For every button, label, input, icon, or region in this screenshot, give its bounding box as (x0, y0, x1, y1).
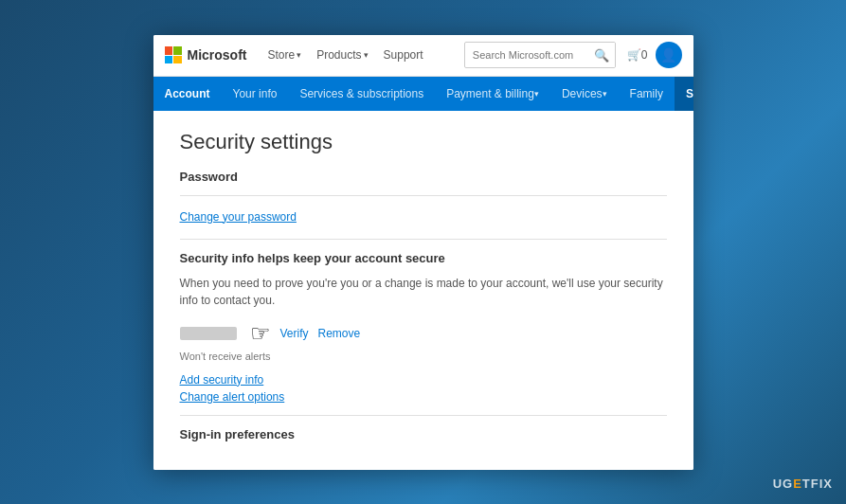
change-password-link[interactable]: Change your password (180, 210, 297, 224)
products-chevron: ▾ (364, 50, 369, 60)
nav-family[interactable]: Family (619, 77, 675, 111)
microsoft-logo[interactable]: Microsoft (165, 46, 247, 63)
sign-in-section: Sign-in preferences (180, 427, 667, 441)
browser-window: Microsoft Store ▾ Products ▾ Support 🔍 🛒… (153, 35, 693, 470)
watermark-text: UGETFIX (773, 477, 833, 491)
ms-logo-text: Microsoft (188, 47, 247, 63)
top-nav-links: Store ▾ Products ▾ Support (261, 48, 457, 62)
devices-chevron: ▾ (603, 89, 607, 99)
top-nav: Microsoft Store ▾ Products ▾ Support 🔍 🛒… (153, 35, 693, 77)
security-info-description: When you need to prove you're you or a c… (180, 275, 667, 309)
divider-2 (180, 239, 667, 240)
watermark-accent: E (793, 477, 802, 491)
change-alert-options-link[interactable]: Change alert options (180, 390, 667, 404)
user-avatar[interactable]: 👤 (656, 42, 682, 68)
security-info-section: Security info helps keep your account se… (180, 251, 667, 404)
nav-account[interactable]: Account (153, 77, 222, 111)
store-chevron: ▾ (297, 50, 301, 60)
main-content: Security settings Password Change your p… (153, 111, 693, 470)
watermark: UGETFIX (773, 477, 833, 491)
search-button[interactable]: 🔍 (588, 43, 615, 67)
password-section-title: Password (180, 170, 667, 184)
verify-link[interactable]: Verify (280, 327, 309, 340)
divider-1 (180, 195, 667, 196)
security-info-title: Security info helps keep your account se… (180, 251, 667, 265)
ms-logo-grid (165, 46, 182, 63)
action-links: Add security info Change alert options (180, 373, 667, 404)
nav-store[interactable]: Store ▾ (261, 48, 310, 62)
search-bar: 🔍 (464, 42, 616, 68)
security-item-row: ☞ Verify Remove (180, 320, 667, 347)
page-title: Security settings (180, 130, 667, 154)
remove-link[interactable]: Remove (318, 327, 361, 340)
payment-chevron: ▾ (534, 89, 539, 99)
nav-your-info[interactable]: Your info (222, 77, 289, 111)
nav-devices[interactable]: Devices ▾ (550, 77, 619, 111)
account-nav: Account Your info Services & subscriptio… (153, 77, 693, 111)
nav-security-privacy[interactable]: Security & privacy (675, 77, 693, 111)
nav-services-subscriptions[interactable]: Services & subscriptions (288, 77, 435, 111)
divider-3 (180, 415, 667, 416)
nav-products[interactable]: Products ▾ (309, 48, 375, 62)
nav-payment-billing[interactable]: Payment & billing ▾ (435, 77, 550, 111)
search-input[interactable] (465, 49, 588, 61)
sign-in-section-title: Sign-in preferences (180, 427, 667, 441)
wont-receive-label: Won't receive alerts (180, 351, 667, 362)
hand-cursor-icon: ☞ (250, 320, 271, 347)
add-security-info-link[interactable]: Add security info (180, 373, 667, 387)
nav-support[interactable]: Support (376, 48, 431, 62)
security-item-placeholder (180, 327, 237, 340)
password-section: Password Change your password (180, 170, 667, 227)
user-avatar-icon: 👤 (660, 47, 676, 63)
cart-icon[interactable]: 🛒0 (623, 48, 652, 62)
